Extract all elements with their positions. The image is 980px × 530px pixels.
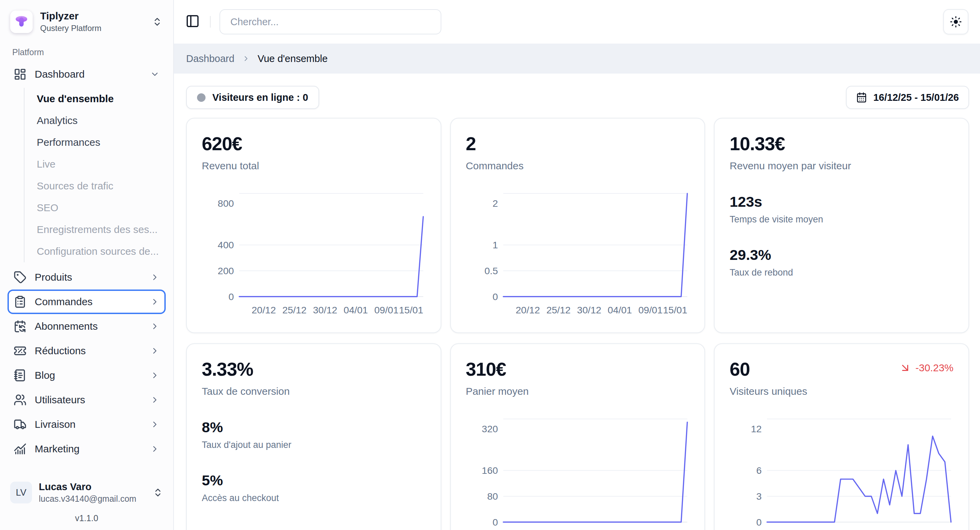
svg-text:320: 320 [482, 423, 498, 434]
content: Visiteurs en ligne : 0 16/12/25 - 15/01/… [174, 73, 980, 530]
card-revenu-moyen-par-visiteur: 10.33€Revenu moyen par visiteur123sTemps… [714, 118, 969, 333]
chevrons-up-down-icon [153, 487, 163, 498]
chevron-right-icon [150, 444, 159, 454]
sidebar-subitem-enregistrements-des-ses: Enregistrements des ses... [37, 219, 166, 241]
metric-value: 5% [202, 472, 426, 489]
workspace-switcher[interactable]: Tiplyzer Qustery Platform [8, 7, 166, 42]
revenu-total-chart: 020040080020/1225/1230/1204/0109/0115/01 [202, 193, 426, 318]
chevron-right-icon [150, 297, 159, 307]
sidebar-item-abonnements[interactable]: Abonnements [8, 314, 166, 338]
sidebar-item-utilisateurs[interactable]: Utilisateurs [8, 388, 166, 412]
user-menu[interactable]: LV Lucas Varo lucas.v34140@gmail.com [8, 479, 166, 506]
sidebar-subitem-sources-de-trafic: Sources de trafic [37, 175, 166, 197]
metric-taux-d-ajout-au-panier: 8%Taux d'ajout au panier [202, 419, 426, 450]
metric-value: 8% [202, 419, 426, 436]
date-range-button[interactable]: 16/12/25 - 15/01/26 [846, 86, 969, 109]
chart-combined-icon [14, 442, 27, 455]
svg-text:800: 800 [218, 198, 234, 209]
card-value: 620€ [202, 133, 242, 155]
card-commandes: 2Commandes00.51220/1225/1230/1204/0109/0… [450, 118, 705, 333]
users-icon [14, 393, 27, 406]
sidebar-subitem-analytics[interactable]: Analytics [37, 110, 166, 131]
sidebar-subitem-vue-d-ensemble[interactable]: Vue d'ensemble [37, 88, 166, 110]
sidebar-item-blog[interactable]: Blog [8, 363, 166, 388]
svg-text:0: 0 [229, 291, 234, 302]
online-visitors-badge[interactable]: Visiteurs en ligne : 0 [186, 86, 319, 109]
sidebar-item-reductions[interactable]: Réductions [8, 338, 166, 363]
svg-text:15/01: 15/01 [663, 305, 687, 315]
chevron-right-icon [150, 322, 159, 331]
metric-label: Temps de visite moyen [730, 214, 953, 225]
panel-left-icon[interactable] [185, 14, 201, 30]
breadcrumb-dashboard[interactable]: Dashboard [186, 53, 234, 64]
card-label: Taux de conversion [202, 386, 426, 397]
svg-text:0: 0 [492, 291, 498, 302]
svg-text:04/01: 04/01 [608, 305, 632, 315]
sidebar-item-livraison[interactable]: Livraison [8, 412, 166, 437]
topbar-divider [210, 16, 211, 27]
topbar [174, 0, 980, 44]
user-info: Lucas Varo lucas.v34140@gmail.com [39, 481, 137, 504]
svg-text:25/12: 25/12 [546, 305, 570, 315]
svg-text:15/01: 15/01 [399, 305, 423, 315]
card-label: Visiteurs uniques [730, 386, 953, 397]
sidebar-item-label: Réductions [35, 345, 86, 357]
card-header: 2 [466, 133, 690, 155]
svg-text:04/01: 04/01 [344, 305, 368, 315]
svg-text:200: 200 [218, 265, 234, 276]
sidebar-item-dashboard[interactable]: Dashboard [8, 62, 166, 86]
chevron-right-icon [150, 370, 159, 380]
card-value: 3.33% [202, 358, 253, 380]
svg-text:2: 2 [492, 198, 498, 209]
metric-label: Accès au checkout [202, 493, 426, 503]
sidebar-item-label: Commandes [35, 296, 92, 308]
main-area: Dashboard Vue d'ensemble Visiteurs en li… [174, 0, 980, 530]
svg-text:09/01: 09/01 [638, 305, 662, 315]
svg-text:0: 0 [492, 517, 498, 528]
sidebar-item-produits[interactable]: Produits [8, 265, 166, 289]
sidebar-subitem-performances[interactable]: Performances [37, 131, 166, 153]
sidebar-item-label: Produits [35, 271, 72, 283]
card-value: 10.33€ [730, 133, 785, 155]
chevron-right-icon [150, 346, 159, 356]
app-subtitle: Qustery Platform [40, 24, 102, 33]
toolbar: Visiteurs en ligne : 0 16/12/25 - 15/01/… [186, 86, 969, 109]
svg-text:3: 3 [756, 491, 762, 502]
chevron-right-icon [150, 395, 159, 405]
card-header: 10.33€ [730, 133, 953, 155]
theme-toggle-button[interactable] [943, 9, 969, 34]
svg-text:0.5: 0.5 [484, 265, 498, 276]
card-label: Panier moyen [466, 386, 690, 397]
avatar: LV [10, 482, 32, 503]
svg-text:400: 400 [218, 239, 234, 251]
cards-grid: 620€Revenu total020040080020/1225/1230/1… [186, 118, 969, 530]
sidebar-item-label: Marketing [35, 443, 80, 455]
user-name: Lucas Varo [39, 481, 137, 493]
sidebar-nav: DashboardVue d'ensembleAnalyticsPerforma… [8, 62, 166, 461]
notebook-icon [14, 369, 27, 382]
card-taux-de-conversion: 3.33%Taux de conversion8%Taux d'ajout au… [186, 343, 441, 530]
card-value: 2 [466, 133, 476, 155]
card-value: 60 [730, 358, 749, 380]
sidebar-subitem-configuration-sources-de: Configuration sources de... [37, 241, 166, 262]
sidebar-item-commandes[interactable]: Commandes [8, 289, 166, 314]
metric-acces-au-checkout: 5%Accès au checkout [202, 472, 426, 503]
user-email: lucas.v34140@gmail.com [39, 494, 137, 504]
card-label: Revenu total [202, 160, 426, 172]
metric-label: Taux d'ajout au panier [202, 440, 426, 450]
online-dot-icon [197, 93, 205, 102]
chevron-right-icon [150, 420, 159, 429]
truck-icon [14, 418, 27, 431]
sidebar-item-label: Blog [35, 370, 55, 381]
svg-text:1: 1 [492, 239, 498, 251]
workspace-info: Tiplyzer Qustery Platform [40, 10, 102, 33]
panier-moyen-chart: 08016032020/1225/1230/1204/0109/0115/01 [466, 418, 690, 530]
svg-text:12: 12 [751, 423, 762, 434]
sidebar-item-label: Livraison [35, 418, 76, 430]
date-range-label: 16/12/25 - 15/01/26 [873, 92, 959, 103]
sidebar-item-marketing[interactable]: Marketing [8, 437, 166, 461]
chevron-right-icon [242, 54, 250, 63]
sidebar-subtree-dashboard: Vue d'ensembleAnalyticsPerformancesLiveS… [24, 88, 166, 262]
svg-text:20/12: 20/12 [515, 305, 540, 315]
search-input[interactable] [220, 9, 441, 34]
